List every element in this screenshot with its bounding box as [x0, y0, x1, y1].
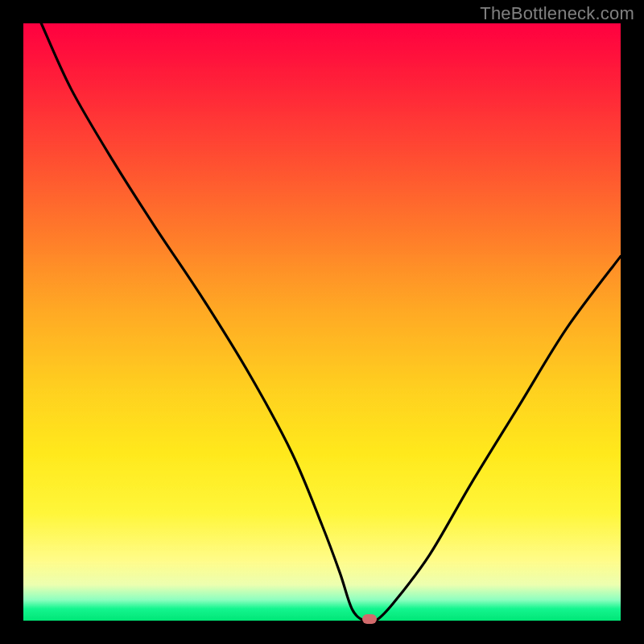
bottleneck-curve [23, 23, 621, 621]
plot-area [23, 23, 621, 621]
minimum-marker [362, 614, 377, 624]
watermark-text: TheBottleneck.com [480, 3, 634, 24]
chart-frame: TheBottleneck.com [0, 0, 644, 644]
